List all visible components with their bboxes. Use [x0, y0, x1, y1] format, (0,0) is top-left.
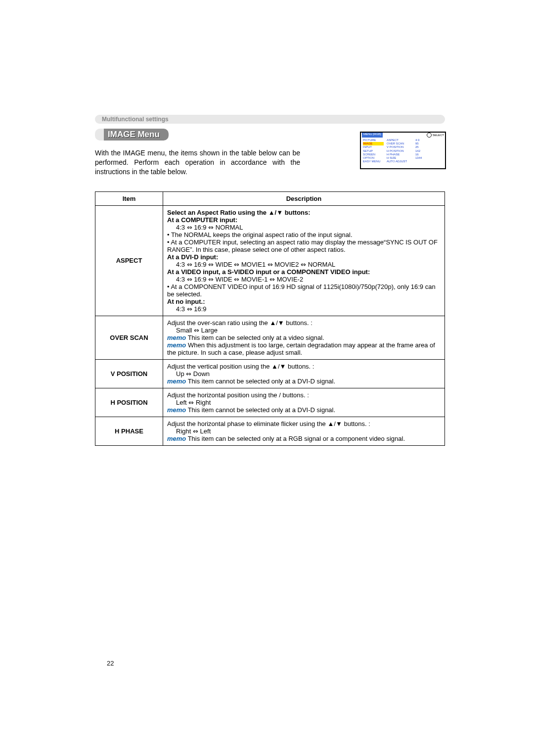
row-desc: Adjust the over-scan ratio using the ▲/▼… [163, 316, 445, 359]
select-icon [427, 133, 432, 138]
table-row: H POSITION Adjust the horizontal positio… [95, 388, 445, 417]
osd-header: MENU [RGB] SELECT [361, 133, 445, 138]
table-row: ASPECT Select an Aspect Ratio using the … [95, 205, 445, 316]
section-label: Multifunctional settings [95, 115, 445, 124]
osd-body: PICTUREASPECT4:3 IMAGEOVER SCAN95 INPUTV… [361, 138, 445, 168]
osd-header-right: SELECT [427, 133, 444, 138]
table-header: Item Description [95, 191, 445, 205]
page-number: 22 [107, 660, 114, 667]
row-item: H PHASE [95, 417, 163, 445]
osd-row: IMAGEOVER SCAN95 [363, 142, 443, 145]
image-menu-table: Item Description ASPECT Select an Aspect… [95, 191, 445, 446]
title-bar: IMAGE Menu [95, 129, 169, 141]
row-desc: Select an Aspect Ratio using the ▲/▼ but… [163, 205, 445, 316]
page: Multifunctional settings IMAGE Menu With… [0, 0, 534, 756]
row-item: ASPECT [95, 205, 163, 316]
osd-row: SCREENH PHASE16 [363, 153, 443, 156]
osd-preview: MENU [RGB] SELECT PICTUREASPECT4:3 IMAGE… [360, 132, 446, 169]
osd-row: PICTUREASPECT4:3 [363, 139, 443, 142]
col-header-desc: Description [163, 191, 445, 205]
row-desc: Adjust the vertical position using the ▲… [163, 359, 445, 388]
table-row: OVER SCAN Adjust the over-scan ratio usi… [95, 316, 445, 359]
row-item: V POSITION [95, 359, 163, 388]
osd-row: EASY MENUAUTO ADJUST [363, 160, 443, 163]
row-item: H POSITION [95, 388, 163, 417]
intro-text: With the IMAGE menu, the items shown in … [95, 148, 300, 177]
osd-row: SETUPH POSITION142 [363, 149, 443, 153]
osd-row: INPUTV POSITION25 [363, 145, 443, 149]
row-desc: Adjust the horizontal phase to eliminate… [163, 417, 445, 445]
table-row: H PHASE Adjust the horizontal phase to e… [95, 417, 445, 445]
row-desc: Adjust the horizontal position using the… [163, 388, 445, 417]
table-row: V POSITION Adjust the vertical position … [95, 359, 445, 388]
osd-row: OPTIONH SIZE1344 [363, 156, 443, 160]
row-item: OVER SCAN [95, 316, 163, 359]
osd-header-left: MENU [RGB] [362, 133, 383, 138]
col-header-item: Item [95, 191, 163, 205]
page-title: IMAGE Menu [108, 130, 160, 139]
